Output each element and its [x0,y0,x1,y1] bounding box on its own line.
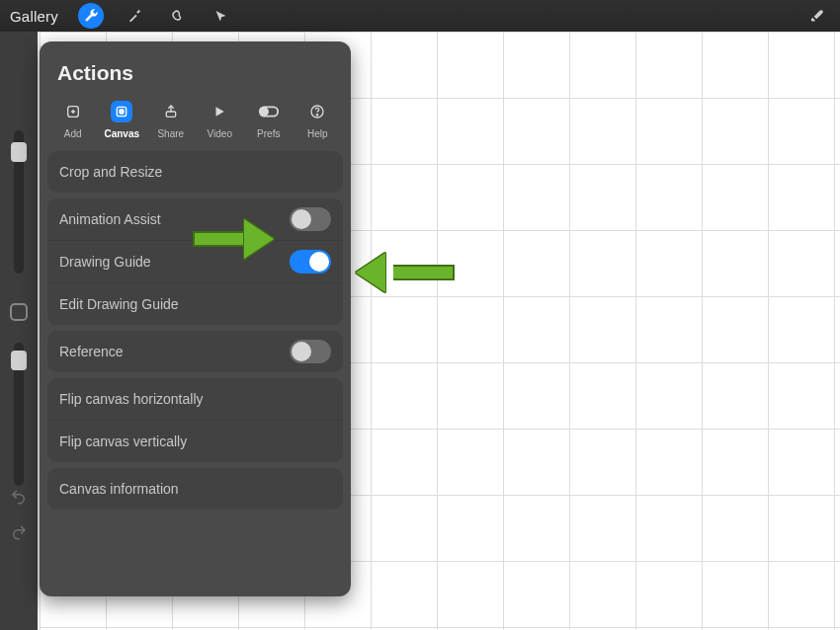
annotation-arrow-left [356,253,455,292]
tab-label: Add [64,128,82,139]
tab-video[interactable]: Video [196,99,245,143]
row-flip-horizontal[interactable]: Flip canvas horizontally [47,378,343,420]
row-crop-resize[interactable]: Crop and Resize [47,151,343,193]
video-icon [209,101,230,122]
tab-canvas[interactable]: Canvas [98,99,147,143]
svg-point-5 [261,108,268,115]
tab-label: Prefs [257,128,280,139]
slider-thumb[interactable] [11,142,27,162]
top-toolbar: Gallery [0,0,840,32]
panel-title: Actions [40,41,351,99]
row-edit-drawing-guide[interactable]: Edit Drawing Guide [47,283,343,325]
help-icon [306,101,328,122]
toggle-animation-assist[interactable] [290,207,331,231]
actions-panel: Actions Add Canvas Share Video [40,41,351,596]
side-rail [0,32,38,630]
tab-label: Video [208,128,232,139]
color-picker-square[interactable] [10,303,28,321]
prefs-icon [258,101,280,122]
wand-icon[interactable] [122,3,147,29]
row-reference[interactable]: Reference [47,331,343,372]
tab-label: Help [307,128,328,139]
svg-point-7 [317,115,318,116]
row-label: Animation Assist [59,211,161,227]
slider-thumb[interactable] [11,351,27,370]
tab-prefs[interactable]: Prefs [244,99,294,143]
svg-rect-3 [166,112,175,117]
annotation-arrow-right [193,219,282,259]
row-label: Canvas information [59,481,179,497]
brush-size-slider[interactable] [14,130,24,274]
row-label: Drawing Guide [59,254,151,270]
gallery-button[interactable]: Gallery [10,8,58,25]
row-label: Reference [59,344,124,359]
row-label: Edit Drawing Guide [59,296,179,312]
row-flip-vertical[interactable]: Flip canvas vertically [47,421,343,462]
row-canvas-info[interactable]: Canvas information [47,468,343,510]
row-label: Flip canvas vertically [59,433,187,449]
brush-icon[interactable] [804,3,830,29]
share-icon [160,101,182,122]
svg-rect-2 [120,110,124,114]
tab-label: Canvas [104,128,139,139]
cursor-icon[interactable] [209,3,234,29]
toggle-drawing-guide[interactable] [290,250,331,274]
selection-icon[interactable] [165,3,191,29]
undo-icon[interactable] [10,488,28,506]
tab-label: Share [157,128,184,139]
canvas-icon [111,101,132,122]
tab-add[interactable]: Add [48,99,98,143]
row-label: Crop and Resize [59,164,162,180]
tab-help[interactable]: Help [294,99,343,143]
toggle-reference[interactable] [290,340,331,363]
redo-icon[interactable] [10,523,28,541]
tab-share[interactable]: Share [146,99,196,143]
row-label: Flip canvas horizontally [59,391,204,407]
wrench-icon[interactable] [78,3,104,29]
panel-tabs: Add Canvas Share Video Prefs [40,99,351,151]
add-icon [62,101,84,122]
opacity-slider[interactable] [14,343,24,486]
